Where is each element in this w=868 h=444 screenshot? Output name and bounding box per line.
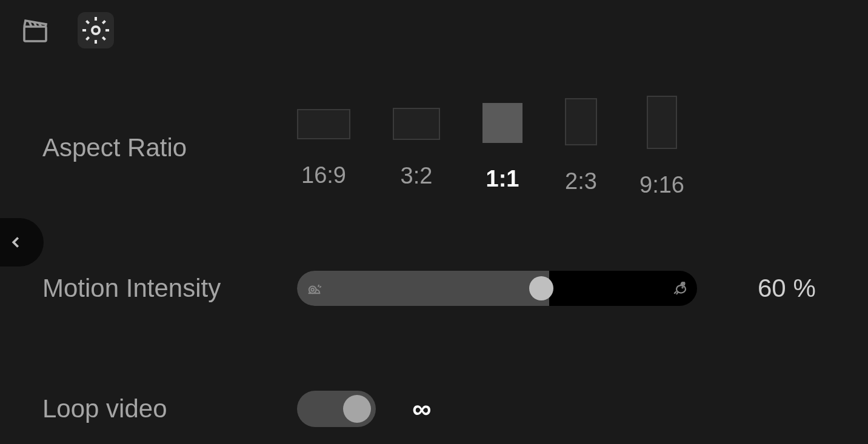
aspect-option-9-16[interactable]: 9:16 [639, 109, 684, 198]
settings-panel: Aspect Ratio 16:9 3:2 1:1 2:3 9:16 [0, 61, 868, 427]
aspect-ratio-label: Aspect Ratio [42, 109, 297, 162]
toggle-thumb [343, 395, 371, 423]
aspect-text: 9:16 [639, 172, 684, 198]
motion-slider-container: 60 % [297, 271, 826, 306]
loop-video-row: Loop video ∞ [42, 391, 826, 427]
aspect-text: 2:3 [565, 168, 597, 194]
settings-tab[interactable] [78, 12, 114, 48]
svg-point-4 [676, 285, 686, 293]
aspect-box-16-9 [297, 109, 350, 139]
loop-video-toggle[interactable] [297, 391, 376, 427]
aspect-box-1-1 [482, 103, 522, 143]
slider-fill [297, 271, 549, 306]
svg-rect-0 [24, 27, 46, 41]
snail-icon [305, 280, 322, 297]
aspect-text: 3:2 [401, 163, 433, 189]
aspect-text: 16:9 [301, 162, 346, 188]
clapperboard-icon [21, 16, 50, 45]
aspect-ratio-options: 16:9 3:2 1:1 2:3 9:16 [297, 109, 684, 198]
aspect-option-3-2[interactable]: 3:2 [393, 109, 440, 189]
aspect-ratio-row: Aspect Ratio 16:9 3:2 1:1 2:3 9:16 [42, 109, 826, 198]
motion-intensity-row: Motion Intensity 60 % [42, 271, 826, 306]
svg-point-5 [682, 287, 683, 288]
aspect-option-2-3[interactable]: 2:3 [565, 109, 597, 194]
svg-point-1 [92, 27, 99, 34]
infinity-icon: ∞ [412, 394, 431, 424]
motion-intensity-value: 60 % [758, 274, 816, 303]
aspect-box-2-3 [565, 98, 597, 145]
aspect-option-16-9[interactable]: 16:9 [297, 109, 350, 188]
gear-icon [81, 16, 110, 45]
svg-point-2 [309, 287, 316, 294]
aspect-text: 1:1 [486, 166, 519, 192]
loop-toggle-container: ∞ [297, 391, 431, 427]
aspect-option-1-1[interactable]: 1:1 [482, 109, 522, 192]
motion-intensity-label: Motion Intensity [42, 274, 297, 303]
loop-video-label: Loop video [42, 394, 297, 423]
rabbit-icon [670, 279, 689, 297]
svg-point-3 [311, 288, 314, 291]
aspect-box-9-16 [647, 96, 677, 149]
motion-intensity-slider[interactable] [297, 271, 697, 306]
slider-thumb [529, 276, 553, 300]
chevron-left-icon [7, 230, 25, 254]
toolbar [0, 0, 868, 61]
aspect-box-3-2 [393, 108, 440, 140]
clapperboard-tab[interactable] [17, 12, 53, 48]
